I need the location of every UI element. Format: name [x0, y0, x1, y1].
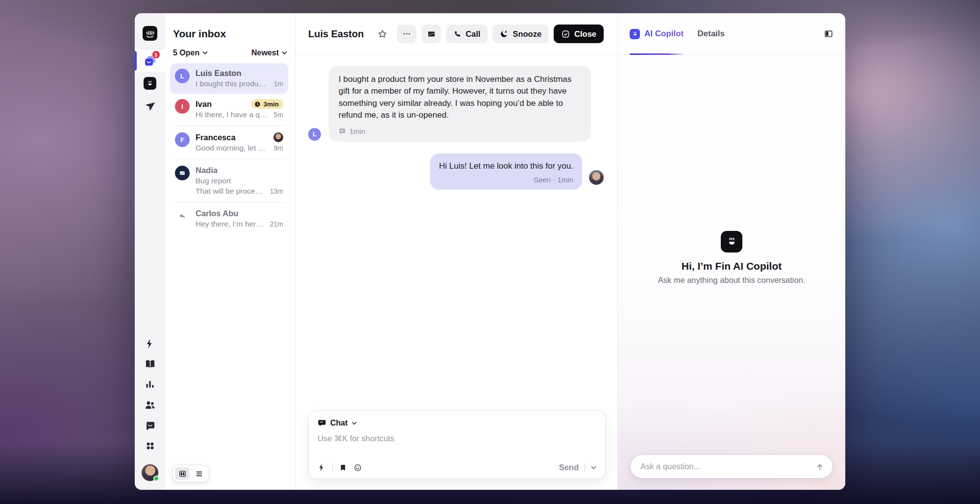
sort-dropdown[interactable]: Newest	[251, 49, 287, 57]
reports-icon[interactable]	[145, 379, 155, 390]
active-tab-underline	[630, 53, 685, 55]
outgoing-message-bubble: Hi Luis! Let me look into this for you. …	[430, 153, 582, 190]
message-text: Hi Luis! Let me look into this for you.	[439, 160, 573, 172]
apps-icon[interactable]	[145, 441, 155, 451]
reply-composer[interactable]: Chat Use ⌘K for shortcuts	[308, 410, 606, 479]
submit-question-button[interactable]	[815, 462, 825, 472]
chevron-down-icon	[282, 51, 287, 55]
snooze-icon	[500, 29, 509, 38]
conversation-panel: Luis Easton	[295, 13, 617, 490]
chat-channel-icon	[339, 127, 346, 135]
tab-details[interactable]: Details	[697, 29, 725, 39]
call-button[interactable]: Call	[446, 25, 488, 43]
sort-label: Newest	[251, 49, 279, 57]
ticket-button[interactable]	[421, 25, 441, 43]
sidebar-item-outbound[interactable]	[135, 95, 165, 117]
close-button[interactable]: Close	[554, 25, 604, 43]
composer-toolbar: Send	[318, 463, 596, 472]
ask-question-input[interactable]	[640, 462, 815, 471]
list-divider	[173, 159, 285, 159]
intercom-logo-icon	[145, 28, 155, 38]
sidebar-item-inbox[interactable]: 5	[135, 50, 165, 72]
list-view-button[interactable]	[192, 467, 206, 480]
assignee-avatar	[273, 132, 283, 142]
list-view-icon	[195, 470, 203, 478]
copilot-title: Hi, I’m Fin AI Copilot	[682, 260, 782, 272]
emoji-button[interactable]	[353, 463, 362, 472]
copilot-subtitle: Ask me anything about this conversation.	[658, 276, 806, 285]
view-toggle	[173, 465, 208, 482]
messenger-icon[interactable]	[145, 420, 156, 431]
reply-input[interactable]: Use ⌘K for shortcuts	[318, 434, 596, 458]
ticket-icon	[179, 170, 186, 176]
list-item-nadia[interactable]: Nadia Bug report That will be processe..…	[170, 160, 288, 201]
avatar	[175, 166, 190, 180]
open-filter-dropdown[interactable]: 5 Open	[173, 49, 208, 57]
outbound-icon	[145, 101, 156, 112]
collapse-panel-button[interactable]	[824, 29, 833, 39]
list-item-luis[interactable]: L Luis Easton I bought this product... 1…	[170, 63, 288, 94]
tab-details-label: Details	[697, 29, 725, 39]
avatar: I	[175, 99, 190, 114]
more-options-button[interactable]	[397, 25, 416, 43]
panel-collapse-icon	[824, 29, 833, 39]
fin-icon	[144, 77, 156, 90]
avatar: F	[175, 132, 190, 147]
send-button[interactable]: Send	[559, 463, 579, 472]
list-item-carlos[interactable]: Carlos Abu Hey there, I’m here to... 21m	[170, 203, 288, 234]
copilot-ask-bar	[631, 455, 833, 478]
tab-ai-copilot-label: AI Copilot	[644, 29, 684, 39]
message-text: I bought a product from your store in No…	[339, 74, 581, 122]
reply-mode-dropdown[interactable]: Chat	[318, 419, 357, 428]
active-indicator-bar	[135, 51, 137, 71]
conversation-preview: Hey there, I’m here to...	[196, 220, 265, 228]
conversation-name: Nadia	[196, 166, 218, 175]
snooze-button[interactable]: Snooze	[492, 25, 549, 43]
avatar	[175, 209, 190, 224]
copilot-empty-state: Hi, I’m Fin AI Copilot Ask me anything a…	[618, 55, 845, 490]
list-item-ivan[interactable]: I Ivan 3min Hi there, I have a	[170, 94, 288, 125]
conversation-list: L Luis Easton I bought this product... 1…	[165, 62, 295, 465]
message-meta: 1min	[339, 126, 581, 137]
star-icon	[377, 29, 388, 39]
list-controls: 5 Open Newest	[165, 49, 295, 62]
reply-arrow-icon	[178, 212, 187, 221]
inbox-list-panel: Your inbox 5 Open Newest L Luis E	[165, 13, 295, 490]
conversation-preview: I bought this product...	[196, 79, 269, 88]
app-icon-rail: 5	[135, 13, 165, 490]
user-avatar[interactable]	[142, 464, 158, 481]
saved-reply-button[interactable]	[339, 464, 347, 472]
conversation-actions: Call Snooze Close	[372, 25, 604, 43]
conversation-preview: That will be processe...	[196, 187, 265, 196]
arrow-up-icon	[815, 462, 825, 472]
online-status-dot	[153, 476, 159, 481]
sidebar-item-fin[interactable]	[135, 72, 165, 95]
close-label: Close	[574, 29, 596, 39]
conversation-name: Ivan	[196, 100, 212, 109]
copilot-header: AI Copilot Details	[618, 13, 845, 55]
knowledge-icon[interactable]	[145, 358, 156, 370]
conversation-time: 5m	[274, 111, 283, 119]
star-button[interactable]	[372, 25, 392, 43]
contacts-icon[interactable]	[144, 399, 156, 411]
send-group: Send	[559, 463, 596, 472]
inbox-title: Your inbox	[165, 13, 295, 49]
list-item-francesca[interactable]: F Francesca Good morning, let me... 9m	[170, 127, 288, 158]
automation-icon[interactable]	[145, 338, 155, 349]
send-options-button[interactable]	[591, 466, 596, 470]
intercom-app-window: 5	[135, 13, 845, 490]
reply-mode-label: Chat	[330, 419, 348, 428]
board-view-button[interactable]	[175, 467, 190, 480]
snooze-label: Snooze	[513, 29, 541, 39]
list-divider	[173, 202, 285, 202]
lightning-icon	[318, 463, 326, 472]
saved-reply-icon	[339, 464, 347, 472]
intercom-logo	[143, 26, 157, 41]
conversation-time: 1m	[274, 80, 283, 88]
conversation-preview: Good morning, let me...	[196, 144, 269, 152]
tab-ai-copilot[interactable]: AI Copilot	[630, 29, 684, 39]
shortcuts-button[interactable]	[318, 463, 326, 472]
toolbar-divider	[585, 463, 585, 472]
customer-avatar: L	[308, 128, 321, 141]
board-view-icon	[178, 470, 187, 478]
